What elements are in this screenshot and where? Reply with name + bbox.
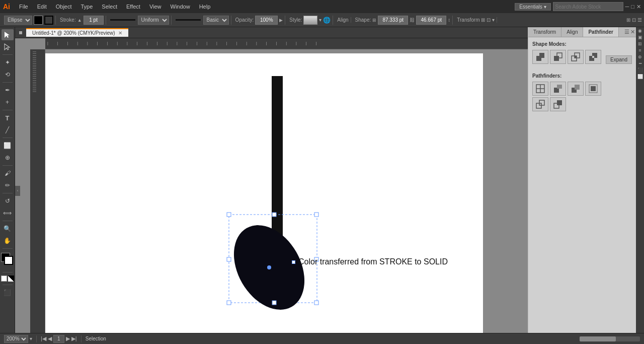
exclude-btn[interactable] [585,50,601,64]
panel-options-btn[interactable]: ☰ [637,17,642,23]
minimize-button[interactable]: ─ [625,4,629,10]
globe-icon[interactable]: 🌐 [323,17,331,24]
menu-window[interactable]: Window [167,3,194,11]
svg-rect-19 [575,56,577,58]
first-page-btn[interactable]: |◀ [41,335,46,342]
pencil-tool[interactable]: ✏ [2,180,14,191]
zoom-select[interactable]: 200% [4,335,28,343]
style-dropdown-arrow[interactable]: ▾ [319,17,321,23]
zoom-dropdown-arrow[interactable]: ▾ [30,336,32,341]
tab-pathfinder[interactable]: Pathfinder [583,27,618,37]
stroke-up-arrow[interactable]: ▲ [77,18,82,23]
menu-object[interactable]: Object [52,3,76,11]
merge-btn[interactable] [568,82,584,96]
pen-tool[interactable]: ✒ [2,85,14,96]
magic-wand-tool[interactable]: ✦ [2,57,14,68]
arrange-btn1[interactable]: ⊞ [626,17,630,23]
artboard-tool[interactable]: ⬛ [2,287,14,298]
fr-pathfinder-btn[interactable]: ⊕ [638,54,642,59]
direct-selection-tool[interactable] [2,41,14,52]
hand-tool[interactable]: ✋ [2,235,14,246]
fr-gradient-btn[interactable]: ▣ [638,35,642,40]
menu-edit[interactable]: Edit [33,3,51,11]
paintbrush-tool[interactable]: 🖌 [2,168,14,179]
none-swatch[interactable] [1,276,7,282]
transform-btn1[interactable]: ⊞ [481,17,485,23]
crop-btn[interactable] [585,82,601,96]
line-tool[interactable]: ╱ [2,124,14,135]
mirror-tool[interactable]: ⟺ [2,208,14,219]
search-stock-input[interactable] [553,2,623,11]
right-panel: Transform Align Pathfinder ☰ ✕ Shape Mod… [528,27,636,333]
link-proportions-icon[interactable]: ⛓ [410,17,415,23]
fill-color-swatch[interactable] [34,16,43,25]
fr-transform-btn[interactable]: ⊞ [638,41,642,46]
rectangle-tool[interactable]: ⬜ [2,140,14,151]
app-logo: Ai [3,3,10,11]
stroke-swatch[interactable] [4,256,13,265]
style-swatch[interactable] [303,16,317,25]
menu-select[interactable]: Select [98,3,121,11]
opacity-input[interactable] [255,16,278,25]
page-number-input[interactable] [53,335,64,343]
last-page-btn[interactable]: ▶| [71,335,77,342]
menu-file[interactable]: File [15,3,32,11]
panel-close-btn[interactable]: ✕ [630,29,635,35]
menu-view[interactable]: View [145,3,166,11]
next-page-btn[interactable]: ▶ [66,335,70,342]
panel-menu-btn[interactable]: ☰ [624,29,629,35]
rotate-tool[interactable]: ↺ [2,195,14,207]
transform-btn3[interactable]: ▾ [492,17,495,23]
shape-width-input[interactable] [378,16,408,25]
minus-front-btn[interactable] [550,50,566,64]
page-navigation: |◀ ◀ ▶ ▶| [41,335,77,343]
shape-type-select[interactable]: Ellipse [4,16,32,25]
fr-align-btn[interactable]: ≡ [638,48,641,53]
transform-btn2[interactable]: ⊡ [487,17,491,23]
stroke-width-input[interactable] [84,16,104,25]
shape-builder-tool[interactable]: ⊕ [2,152,14,163]
maximize-button[interactable]: □ [631,4,634,10]
opacity-arrow[interactable]: ▶ [279,18,283,23]
expand-button[interactable]: Expand [606,55,632,64]
gradient-swatch[interactable] [8,276,14,282]
menu-type[interactable]: Type [77,3,97,11]
unite-btn[interactable] [532,50,548,64]
stroke-color-swatch[interactable] [44,16,53,25]
selection-tool[interactable] [2,29,14,40]
type-tool[interactable]: T [2,112,14,123]
collapse-panel-btn[interactable] [19,31,22,34]
stroke-line-preview [110,19,136,21]
minus-back-btn[interactable] [550,97,566,111]
stroke-style-select[interactable]: Basic [203,16,229,25]
shape-height-input[interactable] [416,16,446,25]
document-tab[interactable]: Untitled-1* @ 200% (CMYK/Preview) ✕ [26,28,128,37]
prev-page-btn[interactable]: ◀ [48,335,52,342]
divide-btn[interactable] [532,82,548,96]
ruler-top-markings: | | | | | | | | | | | | | | | | | | | | … [45,38,528,48]
stroke-type-select[interactable]: Uniform [138,16,169,25]
tab-close-btn[interactable]: ✕ [118,30,122,36]
canvas-collapse-left[interactable]: ‹ [15,186,20,196]
zoom-tool[interactable]: 🔍 [2,223,14,234]
tab-transform[interactable]: Transform [528,27,561,37]
fr-stroke-btn[interactable]: ━ [639,61,641,66]
canvas-container[interactable]: Color transferred from STROKE to SOLID |… [15,38,528,333]
status-progress-bar [580,336,640,341]
close-button[interactable]: ✕ [636,4,641,10]
trim-btn[interactable] [550,82,566,96]
arrange-btn2[interactable]: ⊡ [632,17,636,23]
arrange-panel-group: ⊞ ⊡ ☰ [626,17,642,23]
lasso-tool[interactable]: ⟲ [2,69,14,80]
outline-btn[interactable] [532,97,548,111]
fr-layers-btn[interactable]: ⬛ [637,67,643,73]
intersect-btn[interactable] [568,50,584,64]
fr-color-btn[interactable]: ◉ [638,28,642,33]
add-anchor-tool[interactable]: + [2,97,14,108]
menu-help[interactable]: Help [195,3,215,11]
essentials-dropdown[interactable]: Essentials ▾ [515,3,550,11]
fr-artboard-btn[interactable]: ⬜ [637,74,643,79]
tab-align[interactable]: Align [561,27,583,37]
menu-effect[interactable]: Effect [122,3,144,11]
svg-marker-1 [5,44,10,50]
